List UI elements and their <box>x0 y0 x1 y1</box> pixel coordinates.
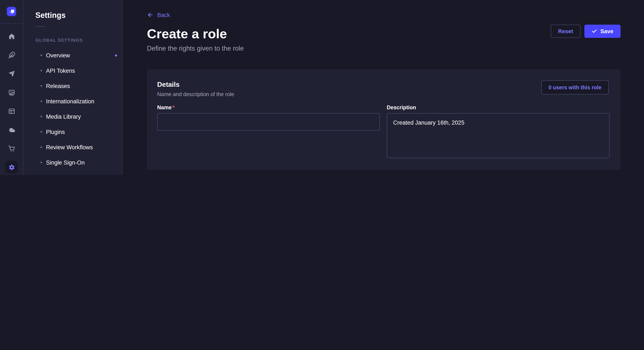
strapi-logo-icon <box>7 7 16 16</box>
subnav-item-label: Transfer Tokens <box>46 175 87 175</box>
details-fields: Name* Description Created January 16th, … <box>157 104 610 160</box>
media-library-images-icon[interactable] <box>5 86 18 99</box>
subnav-item-media-library[interactable]: Media Library <box>24 109 122 124</box>
subnav-title-divider <box>35 26 46 27</box>
subnav-item-label: Overview <box>46 52 70 58</box>
subnav-item-single-sign-on[interactable]: Single Sign-On <box>24 155 122 170</box>
bullet-icon <box>40 131 42 133</box>
subnav-item-plugins[interactable]: Plugins <box>24 124 122 140</box>
reset-button[interactable]: Reset <box>551 25 580 38</box>
name-label-text: Name <box>157 105 172 111</box>
deploy-paper-plane-icon[interactable] <box>5 67 18 80</box>
bullet-icon <box>40 116 42 117</box>
nav-section-global-settings: GLOBAL SETTINGSOverviewAPI TokensRelease… <box>24 37 122 175</box>
marketplace-cart-icon[interactable] <box>5 142 18 155</box>
subnav-item-label: API Tokens <box>46 67 75 74</box>
subnav-item-label: Plugins <box>46 129 65 135</box>
back-link[interactable]: Back <box>147 11 170 19</box>
page-title: Create a role <box>147 25 620 42</box>
subnav-title: Settings <box>24 10 122 20</box>
bullet-icon <box>40 70 42 71</box>
bullet-icon <box>40 146 42 148</box>
app-window: KD Settings GLOBAL SETTINGSOverviewAPI T… <box>0 0 644 175</box>
rail-divider <box>0 23 23 24</box>
nav-section-label: GLOBAL SETTINGS <box>24 37 122 43</box>
nav-list: OverviewAPI TokensReleasesInternationali… <box>24 48 122 175</box>
subnav-item-api-tokens[interactable]: API Tokens <box>24 63 122 78</box>
description-label: Description <box>387 104 610 111</box>
details-card: Details Name and description of the role… <box>147 69 620 170</box>
page-header: Create a role Define the rights given to… <box>147 25 620 54</box>
name-label: Name* <box>157 104 380 111</box>
subnav-sections: GLOBAL SETTINGSOverviewAPI TokensRelease… <box>24 37 122 175</box>
check-icon <box>592 28 597 34</box>
main-content: Back Create a role Define the rights giv… <box>123 0 644 175</box>
name-field-group: Name* <box>157 104 380 160</box>
name-input[interactable] <box>157 113 380 131</box>
subnav-item-internationalization[interactable]: Internationalization <box>24 94 122 109</box>
description-textarea[interactable]: Created January 16th, 2025 <box>387 113 610 158</box>
subnav-item-overview[interactable]: Overview <box>24 48 122 63</box>
page-subtitle: Define the rights given to the role <box>147 43 620 54</box>
subnav-item-label: Review Workflows <box>46 144 93 150</box>
cloud-icon[interactable] <box>5 123 18 136</box>
subnav-item-releases[interactable]: Releases <box>24 78 122 94</box>
subnav-item-label: Internationalization <box>46 98 94 104</box>
notification-dot-icon <box>115 54 117 56</box>
content-type-builder-feather-icon[interactable] <box>5 48 18 61</box>
icon-sidebar: KD <box>0 0 24 175</box>
subnav-item-label: Media Library <box>46 113 81 120</box>
strapi-logo[interactable] <box>7 7 16 16</box>
bullet-icon <box>40 100 42 102</box>
subnav-item-label: Single Sign-On <box>46 159 85 166</box>
arrow-left-icon <box>147 11 154 18</box>
header-actions: Reset Save <box>551 25 620 38</box>
home-icon[interactable] <box>5 30 18 42</box>
subnav-item-transfer-tokens[interactable]: Transfer Tokens <box>24 170 122 175</box>
content-manager-layout-icon[interactable] <box>5 105 18 117</box>
bullet-icon <box>40 54 42 56</box>
required-asterisk: * <box>172 105 175 111</box>
subnav-item-label: Releases <box>46 83 70 89</box>
back-label: Back <box>157 12 170 18</box>
save-label: Save <box>600 28 613 34</box>
settings-gear-icon[interactable] <box>5 161 18 174</box>
save-button[interactable]: Save <box>584 25 620 38</box>
subnav-item-review-workflows[interactable]: Review Workflows <box>24 140 122 155</box>
settings-subnav: Settings GLOBAL SETTINGSOverviewAPI Toke… <box>24 0 123 175</box>
bullet-icon <box>40 162 42 163</box>
description-field-group: Description Created January 16th, 2025 <box>387 104 610 160</box>
bullet-icon <box>40 85 42 87</box>
rail-icon-list <box>5 30 18 174</box>
users-with-role-button[interactable]: 0 users with this role <box>541 80 609 94</box>
